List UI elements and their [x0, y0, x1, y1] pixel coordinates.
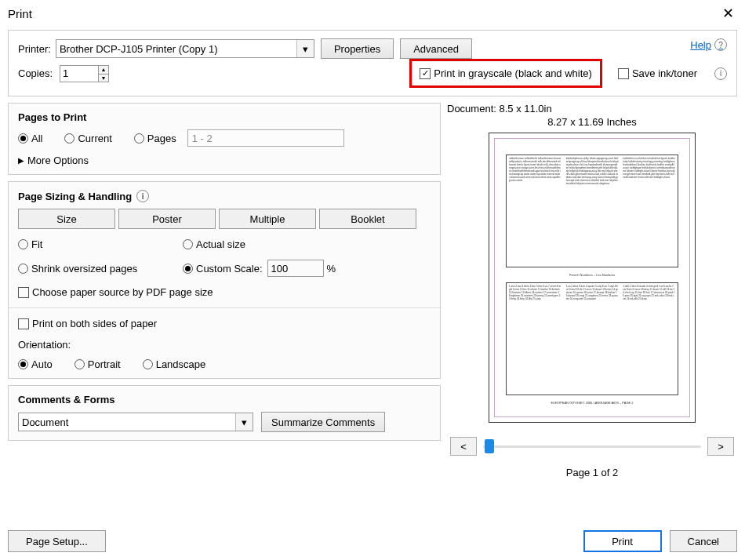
size-button[interactable]: Size — [18, 209, 115, 229]
window-title: Print — [8, 7, 718, 20]
both-sides-checkbox[interactable] — [18, 318, 29, 329]
poster-button[interactable]: Poster — [118, 209, 216, 229]
pages-range-input[interactable]: 1 - 2 — [187, 129, 344, 147]
radio-current[interactable] — [64, 133, 74, 144]
titlebar: Print ✕ — [0, 0, 745, 25]
radio-portrait-label: Portrait — [88, 358, 121, 370]
stepper-down-icon[interactable]: ▼ — [98, 74, 109, 82]
highlighted-grayscale-option: ✓ Print in grayscale (black and white) — [409, 59, 602, 88]
comments-select[interactable]: Document ▾ — [18, 413, 253, 431]
save-ink-label: Save ink/toner — [632, 67, 697, 79]
preview-table: milkwithcream milkwithmilk milkwithstrew… — [506, 155, 678, 267]
radio-pages-label: Pages — [147, 133, 176, 144]
pages-to-print-title: Pages to Print — [18, 111, 431, 123]
next-page-button[interactable]: > — [707, 437, 734, 456]
properties-button[interactable]: Properties — [321, 38, 394, 59]
grayscale-checkbox[interactable]: ✓ — [420, 68, 431, 79]
radio-all[interactable] — [18, 133, 28, 144]
chevron-down-icon[interactable]: ▾ — [296, 40, 314, 57]
copies-input[interactable]: 1 — [60, 65, 99, 82]
print-button[interactable]: Print — [583, 530, 662, 552]
orientation-label: Orientation: — [18, 339, 431, 351]
paper-dimensions: 8.27 x 11.69 Inches — [547, 116, 636, 128]
preview-caption: French Numbers – Les Nombres — [506, 272, 678, 278]
summarize-button[interactable]: Summarize Comments — [261, 412, 385, 432]
radio-actual[interactable] — [183, 239, 193, 249]
radio-custom[interactable] — [183, 264, 193, 274]
stepper-up-icon[interactable]: ▲ — [98, 65, 109, 74]
booklet-button[interactable]: Booklet — [319, 209, 416, 229]
comments-title: Comments & Forms — [18, 394, 431, 405]
multiple-button[interactable]: Multiple — [219, 209, 316, 229]
triangle-right-icon: ▶ — [18, 156, 24, 165]
radio-auto-label: Auto — [31, 358, 53, 370]
percent-label: % — [327, 263, 336, 275]
chevron-down-icon[interactable]: ▾ — [235, 413, 253, 431]
copies-label: Copies: — [18, 67, 53, 79]
slider-thumb[interactable] — [485, 439, 494, 453]
sizing-panel: Page Sizing & Handling i Size Poster Mul… — [8, 181, 441, 379]
radio-landscape[interactable] — [143, 359, 153, 369]
radio-auto[interactable] — [18, 359, 28, 369]
choose-source-label: Choose paper source by PDF page size — [32, 286, 213, 298]
prev-page-button[interactable]: < — [450, 437, 477, 456]
more-options-label: More Options — [27, 155, 89, 166]
radio-pages[interactable] — [134, 133, 144, 144]
page-slider[interactable] — [483, 445, 701, 448]
page-preview: milkwithcream milkwithmilk milkwithstrew… — [489, 133, 696, 423]
help-icon: ? — [714, 38, 727, 51]
printer-label: Printer: — [18, 43, 51, 55]
page-counter: Page 1 of 2 — [566, 467, 619, 478]
page-setup-button[interactable]: Page Setup... — [8, 530, 106, 552]
preview-table: 1.one 2.two 3.three 4.four 5.five 6.six … — [506, 282, 678, 395]
save-ink-checkbox[interactable] — [618, 68, 629, 79]
close-icon[interactable]: ✕ — [718, 5, 739, 22]
choose-source-checkbox[interactable] — [18, 287, 29, 298]
top-settings-box: Printer: Brother DCP-J105 Printer (Copy … — [8, 30, 737, 96]
comments-select-value: Document — [22, 416, 68, 428]
grayscale-label: Print in grayscale (black and white) — [434, 67, 592, 79]
preview-column: Document: 8.5 x 11.0in 8.27 x 11.69 Inch… — [447, 103, 737, 478]
info-icon[interactable]: i — [136, 190, 149, 202]
printer-value: Brother DCP-J105 Printer (Copy 1) — [60, 43, 218, 55]
info-icon[interactable]: i — [714, 67, 727, 80]
advanced-button[interactable]: Advanced — [400, 38, 472, 59]
radio-shrink[interactable] — [18, 264, 28, 274]
radio-fit-label: Fit — [31, 238, 42, 250]
radio-actual-label: Actual size — [196, 238, 245, 250]
cancel-button[interactable]: Cancel — [670, 530, 737, 552]
pages-to-print-panel: Pages to Print All Current Pages — [8, 103, 441, 175]
both-sides-label: Print on both sides of paper — [32, 318, 157, 329]
comments-panel: Comments & Forms Document ▾ Summarize Co… — [8, 385, 441, 441]
radio-custom-label: Custom Scale: — [196, 263, 263, 275]
document-dimensions: Document: 8.5 x 11.0in — [447, 103, 552, 115]
sizing-title: Page Sizing & Handling — [18, 191, 132, 202]
radio-portrait[interactable] — [74, 359, 85, 369]
preview-footer: EUROPEAN ODYSSEY 2006 LANGUAGE AIDS – PA… — [506, 400, 678, 405]
radio-landscape-label: Landscape — [156, 358, 206, 370]
printer-select[interactable]: Brother DCP-J105 Printer (Copy 1) ▾ — [56, 39, 314, 58]
copies-stepper[interactable]: ▲ ▼ — [98, 65, 109, 82]
radio-fit[interactable] — [18, 239, 28, 249]
scale-input[interactable]: 100 — [267, 260, 324, 277]
radio-shrink-label: Shrink oversized pages — [31, 263, 137, 275]
help-link[interactable]: Help ? — [690, 38, 727, 51]
help-text: Help — [690, 39, 711, 51]
more-options-toggle[interactable]: ▶ More Options — [18, 155, 431, 166]
radio-current-label: Current — [78, 133, 111, 144]
radio-all-label: All — [31, 133, 42, 144]
